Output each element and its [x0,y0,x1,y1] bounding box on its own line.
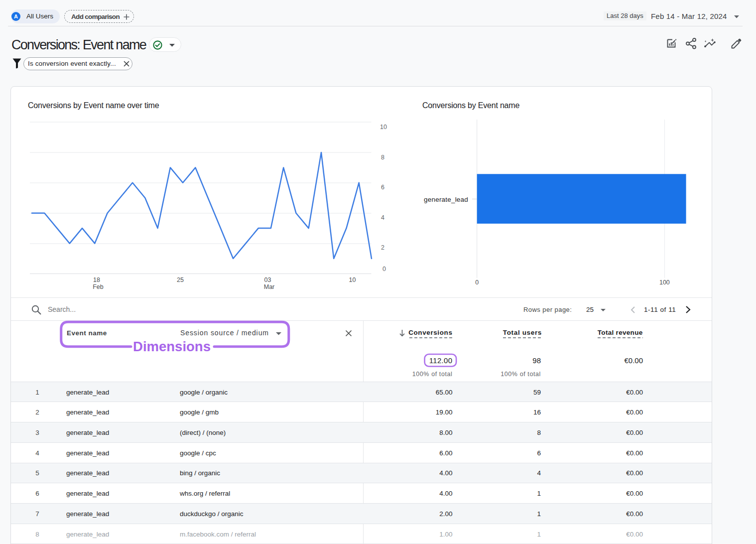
svg-text:Dimensions: Dimensions [133,339,211,354]
